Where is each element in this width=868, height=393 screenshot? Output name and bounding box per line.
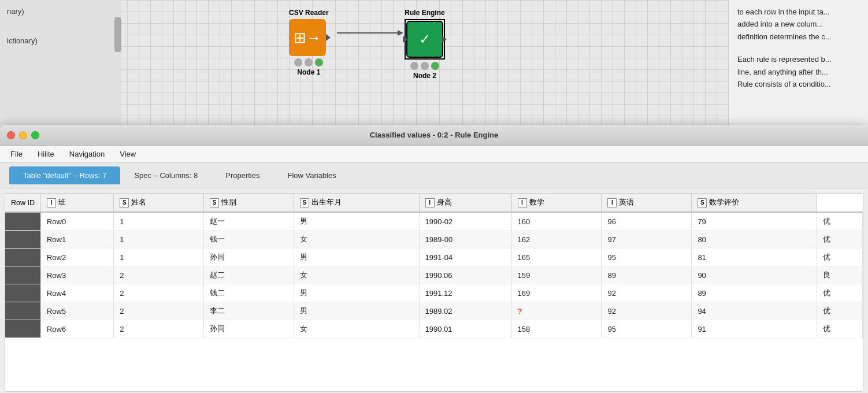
cell-math: 96 <box>602 212 692 231</box>
cell-ban: 1 <box>114 231 204 249</box>
cell-english: 94 <box>692 302 817 320</box>
tab-flow-variables[interactable]: Flow Variables <box>273 166 350 184</box>
col-header-english: I英语 <box>602 194 692 212</box>
csv-traffic-lights <box>289 58 329 66</box>
cell-name: 李二 <box>204 302 294 320</box>
table-row: Row32赵二女1990.061598990良 <box>5 266 863 284</box>
col-header-dob: S出生年月 <box>294 194 419 212</box>
cell-gender: 男 <box>294 212 419 231</box>
rule-output-port <box>442 36 447 43</box>
cell-name: 孙同 <box>204 320 294 338</box>
tab-spec[interactable]: Spec – Columns: 8 <box>120 166 212 184</box>
left-panel-text2: ictionary) <box>7 35 114 47</box>
row-marker <box>5 231 40 249</box>
menu-file[interactable]: File <box>5 148 28 160</box>
row-marker <box>5 266 40 284</box>
cell-ban: 2 <box>114 302 204 320</box>
table-row: Row21孙同男1991-041659581优 <box>5 249 863 266</box>
data-table-container: Row ID I班 S姓名 S性别 S出生年月 I身高 I数学 I英语 S数学评… <box>5 193 863 392</box>
title-bar: Classified values - 0:2 - Rule Engine <box>0 125 868 146</box>
node-csv-reader[interactable]: CSV Reader ⊞→ Node 1 <box>289 9 329 76</box>
csv-icon: ⊞→ <box>294 29 321 47</box>
cell-math: 89 <box>602 266 692 284</box>
cell-gender: 女 <box>294 320 419 338</box>
cell-english: 79 <box>692 212 817 231</box>
cell-rowid: Row6 <box>40 320 113 338</box>
row-marker <box>5 212 40 231</box>
cell-ban: 2 <box>114 266 204 284</box>
cell-eval: 优 <box>817 302 862 320</box>
col-header-name: S姓名 <box>114 194 204 212</box>
cell-dob: 1989-00 <box>419 231 511 249</box>
node-rule-label: Rule Engine <box>405 9 445 17</box>
cell-gender: 女 <box>294 266 419 284</box>
node-csv-box[interactable]: ⊞→ <box>289 19 326 56</box>
node-csv-label: CSV Reader <box>289 9 329 17</box>
window-title: Classified values - 0:2 - Rule Engine <box>370 131 499 139</box>
data-table: Row ID I班 S姓名 S性别 S出生年月 I身高 I数学 I英语 S数学评… <box>5 194 863 338</box>
rule-traffic-lights <box>405 62 445 70</box>
cell-math: 92 <box>602 284 692 302</box>
close-button[interactable] <box>7 131 15 139</box>
tab-properties[interactable]: Properties <box>212 166 273 184</box>
traffic-dot-1 <box>294 58 302 66</box>
tab-table[interactable]: Table "default" – Rows: 7 <box>9 166 120 184</box>
row-marker <box>5 302 40 320</box>
cell-height: ? <box>511 302 602 320</box>
table-row: Row11钱一女1989-001629780优 <box>5 231 863 249</box>
table-row: Row01赵一男1990-021609679优 <box>5 212 863 231</box>
col-header-gender: S性别 <box>204 194 294 212</box>
row-marker <box>5 249 40 266</box>
right-panel: to each row in the input ta...added into… <box>729 0 868 127</box>
cell-english: 90 <box>692 266 817 284</box>
workflow-area: CSV Reader ⊞→ Node 1 Rule Engine ✓ <box>121 0 728 127</box>
csv-output-port <box>326 34 331 41</box>
cell-ban: 2 <box>114 284 204 302</box>
cell-eval: 优 <box>817 249 862 266</box>
table-header-row: Row ID I班 S姓名 S性别 S出生年月 I身高 I数学 I英语 S数学评… <box>5 194 863 212</box>
rule-icon: ✓ <box>419 31 431 47</box>
col-header-height: I身高 <box>419 194 511 212</box>
cell-english: 89 <box>692 284 817 302</box>
connection-arrow <box>337 27 406 39</box>
cell-eval: 优 <box>817 284 862 302</box>
window-traffic-lights <box>7 131 39 139</box>
scrollbar[interactable] <box>114 17 121 52</box>
node-csv-name: Node 1 <box>289 68 329 76</box>
menu-bar: File Hilite Navigation View <box>0 146 868 163</box>
row-marker <box>5 320 40 338</box>
cell-rowid: Row0 <box>40 212 113 231</box>
cell-dob: 1990.01 <box>419 320 511 338</box>
cell-ban: 1 <box>114 212 204 231</box>
col-header-math: I数学 <box>511 194 602 212</box>
cell-english: 80 <box>692 231 817 249</box>
node-rule-name: Node 2 <box>405 72 445 80</box>
cell-name: 赵一 <box>204 212 294 231</box>
traffic-dot-r1 <box>410 62 418 70</box>
row-marker <box>5 284 40 302</box>
menu-navigation[interactable]: Navigation <box>64 148 110 160</box>
main-window: Classified values - 0:2 - Rule Engine Fi… <box>0 125 868 393</box>
cell-ban: 2 <box>114 320 204 338</box>
tab-bar: Table "default" – Rows: 7 Spec – Columns… <box>0 163 868 188</box>
col-header-eval: S数学评价 <box>692 194 817 212</box>
maximize-button[interactable] <box>31 131 39 139</box>
node-rule-engine[interactable]: Rule Engine ✓ Node 2 <box>405 9 445 80</box>
minimize-button[interactable] <box>19 131 27 139</box>
cell-math: 97 <box>602 231 692 249</box>
cell-gender: 女 <box>294 231 419 249</box>
menu-view[interactable]: View <box>114 148 142 160</box>
cell-height: 159 <box>511 266 602 284</box>
cell-height: 165 <box>511 249 602 266</box>
node-rule-box[interactable]: ✓ <box>406 21 443 58</box>
cell-dob: 1990-02 <box>419 212 511 231</box>
cell-math: 92 <box>602 302 692 320</box>
cell-name: 赵二 <box>204 266 294 284</box>
traffic-dot-r2 <box>421 62 429 70</box>
traffic-dot-2 <box>305 58 313 66</box>
cell-english: 91 <box>692 320 817 338</box>
menu-hilite[interactable]: Hilite <box>32 148 60 160</box>
cell-height: 162 <box>511 231 602 249</box>
cell-gender: 男 <box>294 249 419 266</box>
right-panel-para1: to each row in the input ta...added into… <box>737 6 860 43</box>
